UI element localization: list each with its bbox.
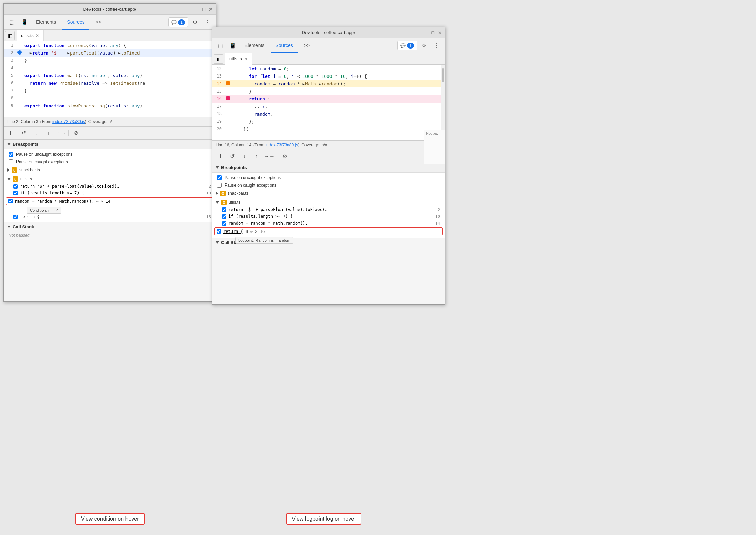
code-line-6: 6 return new Promise(resolve => setTimeo… — [4, 79, 216, 87]
sidebar-toggle-2[interactable]: ◧ — [214, 54, 223, 64]
step-over-btn-1[interactable]: ↺ — [19, 128, 28, 138]
code-line-3: 3 } — [4, 57, 216, 64]
snackbar-icon-2: {} — [220, 191, 226, 196]
more-icon-2[interactable]: ⋮ — [431, 40, 442, 51]
pause-btn-2[interactable]: ⏸ — [215, 152, 225, 161]
pause-caught-check-2[interactable] — [217, 183, 222, 188]
tab-sources-2[interactable]: Sources — [271, 38, 298, 53]
utils-chevron-1 — [7, 178, 11, 180]
close-icon[interactable]: ✕ — [209, 7, 213, 12]
pause-uncaught-row-1[interactable]: Pause on uncaught exceptions — [4, 151, 216, 158]
bp-entry-2-2[interactable]: if (results.length >= 7) { 10 — [212, 213, 445, 220]
bp-file-utils-header-2[interactable]: {} utils.ts — [212, 199, 445, 206]
minimize-icon[interactable]: — — [194, 7, 199, 12]
continue-btn-1[interactable]: →→ — [56, 128, 65, 138]
tab-elements-1[interactable]: Elements — [31, 15, 61, 30]
file-tabs-1: ◧ utils.ts ✕ — [4, 30, 216, 41]
source-link-2[interactable]: index-73f73a80.js — [265, 143, 298, 147]
file-tab-utils-1[interactable]: utils.ts ✕ — [17, 30, 44, 41]
inspect-icon-2[interactable]: ⬚ — [215, 40, 226, 51]
bp-entry-1-2[interactable]: if (results.length >= 7) { 10 — [4, 190, 216, 197]
more-icon-1[interactable]: ⋮ — [202, 17, 213, 28]
device-icon[interactable]: 📱 — [19, 17, 30, 28]
breakpoints-content-1: Pause on uncaught exceptions Pause on ca… — [4, 149, 216, 222]
minimize-icon-2[interactable]: — — [423, 30, 428, 35]
inspect-icon[interactable]: ⬚ — [7, 17, 17, 28]
pause-btn-1[interactable]: ⏸ — [7, 128, 16, 138]
bp-cursor-2: ▮ — [246, 229, 248, 234]
deactivate-btn-2[interactable]: ⊘ — [280, 152, 289, 161]
pause-caught-row-1[interactable]: Pause on caught exceptions — [4, 158, 216, 166]
pause-caught-check-1[interactable] — [9, 159, 13, 164]
main-toolbar-1: ⬚ 📱 Elements Sources >> 💬 1 ⚙ ⋮ — [4, 15, 216, 30]
source-link-1[interactable]: index-73f73a80.js — [52, 119, 85, 124]
source-map-2: (From index-73f73a80.js) — [253, 143, 299, 147]
not-paused-1: Not paused — [4, 231, 216, 239]
maximize-icon-2[interactable]: □ — [432, 30, 434, 35]
code-editor-1[interactable]: 1 export function currency(value: any) {… — [4, 41, 216, 117]
close-icon-2[interactable]: ✕ — [438, 30, 442, 35]
step-out-btn-1[interactable]: ↑ — [44, 128, 53, 138]
bp-check-selected-1[interactable] — [8, 199, 13, 203]
tab-more-1[interactable]: >> — [91, 15, 106, 30]
right-panel-2: Not pa… — [424, 130, 445, 164]
pause-uncaught-check-2[interactable] — [217, 175, 222, 180]
bp-check-2-1[interactable] — [222, 207, 226, 212]
bp-check-1-4[interactable] — [13, 215, 18, 219]
settings-icon-1[interactable]: ⚙ — [190, 17, 201, 28]
bp-edit-icon-1[interactable]: ✏ — [96, 199, 99, 204]
file-tab-close-2[interactable]: ✕ — [244, 57, 248, 61]
bp-file-snackbar-header-2[interactable]: {} snackbar.ts — [212, 190, 445, 197]
bp-delete-icon-2[interactable]: ✕ — [255, 229, 258, 234]
bp-entry-selected-2[interactable]: return { ▮ ✏ ✕ 16 Logpoint: 'Random is '… — [214, 227, 443, 235]
comment-button-1[interactable]: 💬 1 — [168, 17, 188, 27]
bp-entry-1-4[interactable]: return { 16 — [4, 213, 216, 220]
bp-check-2-2[interactable] — [222, 214, 226, 219]
device-icon-2[interactable]: 📱 — [227, 40, 238, 51]
breakpoints-header-1[interactable]: Breakpoints — [4, 140, 216, 149]
bp-check-2-3[interactable] — [222, 221, 226, 226]
scrollbar-2[interactable] — [441, 65, 445, 140]
bp-check-1-1[interactable] — [13, 184, 18, 189]
settings-icon-2[interactable]: ⚙ — [419, 40, 430, 51]
file-tabs-2: ◧ utils.ts ✕ — [212, 53, 445, 65]
deactivate-btn-1[interactable]: ⊘ — [71, 128, 81, 138]
file-tab-close-1[interactable]: ✕ — [36, 33, 39, 38]
bp-entry-1-1[interactable]: return '$' + parseFloat(value).toFixed(…… — [4, 183, 216, 190]
window-controls-2: — □ ✕ — [423, 30, 442, 35]
call-stack-header-1[interactable]: Call Stack — [4, 222, 216, 231]
comment-icon-2: 💬 — [400, 43, 406, 48]
bp-entry-2-3[interactable]: random = random * Math.random(); 14 — [212, 220, 445, 227]
step-over-btn-2[interactable]: ↺ — [227, 152, 237, 161]
continue-btn-2[interactable]: →→ — [264, 152, 274, 161]
bp-file-utils-header-1[interactable]: {} utils.ts — [4, 175, 216, 183]
scrollbar-thumb-2[interactable] — [442, 68, 444, 82]
breakpoints-chevron-2 — [216, 166, 219, 169]
pause-uncaught-check-1[interactable] — [9, 152, 13, 157]
bp-delete-icon-1[interactable]: ✕ — [101, 199, 104, 204]
sidebar-toggle-1[interactable]: ◧ — [5, 31, 15, 40]
comment-button-2[interactable]: 💬 1 — [397, 41, 417, 50]
tab-sources-1[interactable]: Sources — [62, 15, 89, 30]
bp-entry-2-1[interactable]: return '$' + parseFloat(value).toFixed(…… — [212, 206, 445, 213]
bp-file-snackbar-header-1[interactable]: {} snackbar.ts — [4, 166, 216, 174]
status-bar-1: Line 2, Column 3 (From index-73f73a80.js… — [4, 117, 216, 127]
breakpoints-header-2[interactable]: Breakpoints — [212, 163, 445, 173]
bp-entry-selected-1[interactable]: random = random * Math.random(); ✏ ✕ 14 … — [6, 197, 214, 205]
call-stack-chevron-1 — [7, 226, 11, 228]
tab-elements-2[interactable]: Elements — [240, 38, 269, 53]
window-title-1: DevTools - coffee-cart.app/ — [83, 7, 136, 12]
code-editor-2[interactable]: 12 let random = 0; 13 for (let i = 0; i … — [212, 65, 441, 140]
maximize-icon[interactable]: □ — [203, 7, 205, 12]
step-into-btn-2[interactable]: ↓ — [240, 152, 249, 161]
pause-caught-row-2[interactable]: Pause on caught exceptions — [212, 181, 445, 189]
bp-check-selected-2[interactable] — [217, 229, 221, 234]
annotation-logpoint-text: View logpoint log on hover — [292, 516, 356, 522]
step-out-btn-2[interactable]: ↑ — [252, 152, 262, 161]
bp-edit-icon-2[interactable]: ✏ — [250, 229, 253, 234]
step-into-btn-1[interactable]: ↓ — [31, 128, 41, 138]
pause-uncaught-row-2[interactable]: Pause on uncaught exceptions — [212, 174, 445, 181]
file-tab-utils-2[interactable]: utils.ts ✕ — [225, 53, 252, 65]
bp-check-1-2[interactable] — [13, 191, 18, 195]
tab-more-2[interactable]: >> — [299, 38, 314, 53]
